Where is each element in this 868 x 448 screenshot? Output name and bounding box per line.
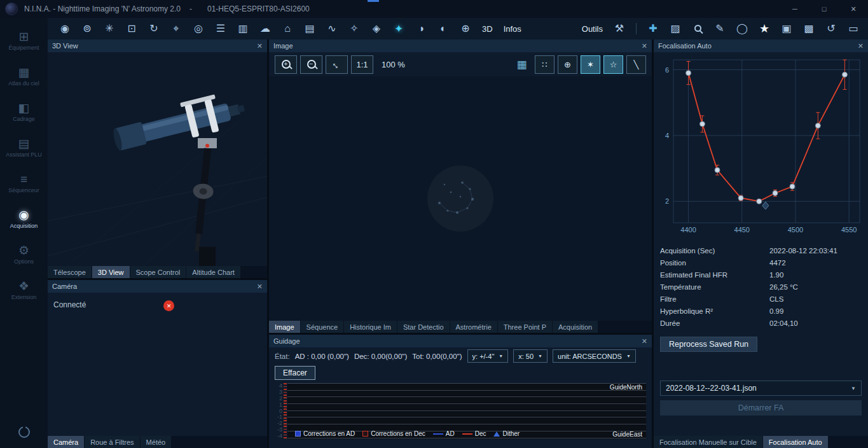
- weather-icon[interactable]: ☁: [259, 24, 271, 34]
- platesolve-wand-button[interactable]: ✶: [581, 55, 600, 74]
- light-icon[interactable]: ✧: [348, 24, 360, 34]
- red-square-marker: [362, 431, 368, 437]
- line-profile-button[interactable]: ╲: [626, 55, 646, 74]
- y-scale-select[interactable]: y: +/-4" ▼: [467, 349, 509, 363]
- af-stat-row: Estimated Final HFR1.90: [660, 269, 862, 281]
- minimize-button[interactable]: ─: [780, 0, 809, 18]
- crosshair-button[interactable]: ⊕: [558, 55, 577, 74]
- title-separator: -: [189, 4, 192, 13]
- tab-filter-wheel[interactable]: Roue à Filtres: [85, 436, 140, 448]
- sidebar-item-sequenceur[interactable]: ≡ Séquenceur: [0, 165, 48, 201]
- sequencer-icon[interactable]: ☰: [215, 24, 226, 34]
- history-icon[interactable]: ↺: [825, 24, 837, 34]
- zoom-out-button[interactable]: −: [300, 55, 322, 74]
- sidebar-item-options[interactable]: ⚙ Options: [0, 237, 48, 272]
- autofocus-star-icon[interactable]: ✦: [393, 24, 404, 34]
- tools-wrench-icon[interactable]: ⚒: [614, 24, 625, 34]
- ring-icon[interactable]: ◯: [736, 24, 748, 34]
- crosshair-3d-icon[interactable]: ⊕: [460, 24, 471, 34]
- reprocess-saved-run-button[interactable]: Reprocess Saved Run: [660, 337, 757, 352]
- tab-image[interactable]: Image: [269, 321, 301, 333]
- monitor-icon[interactable]: ▭: [848, 24, 859, 34]
- moon-left-icon[interactable]: ◐: [437, 24, 449, 34]
- histogram-icon[interactable]: ▥: [237, 24, 249, 34]
- toolbar-right-group: Outils ⚒ ✚ ▨ ✎ ◯ ★ ▣ ▩ ↺ ▭: [582, 23, 859, 34]
- focuser-icon[interactable]: ⊡: [126, 24, 137, 34]
- tab-3d-view[interactable]: 3D View: [92, 266, 130, 278]
- close-icon[interactable]: ✕: [257, 283, 263, 291]
- tab-three-point[interactable]: Three Point P: [498, 321, 553, 333]
- tab-camera[interactable]: Caméra: [48, 436, 85, 448]
- layers-icon[interactable]: ▨: [670, 24, 681, 34]
- tab-meteo[interactable]: Météo: [141, 436, 172, 448]
- filter-wheel-icon[interactable]: ✳: [104, 24, 115, 34]
- expand-icon[interactable]: ▣: [781, 24, 792, 34]
- guide-tot-value: Tot: 0,00(0,00"): [412, 353, 462, 360]
- close-icon[interactable]: ✕: [257, 42, 263, 50]
- panel-guidage-header: Guidage ✕: [269, 335, 652, 347]
- pixel-grid-button[interactable]: ▦: [512, 55, 532, 74]
- one-to-one-button[interactable]: 1:1: [351, 55, 373, 74]
- telescope-icon[interactable]: ⌖: [170, 24, 182, 34]
- sidebar-item-cadrage[interactable]: ◧ Cadrage: [0, 94, 48, 130]
- image-preview-area[interactable]: [269, 76, 652, 321]
- tab-sequence[interactable]: Séquence: [301, 321, 345, 333]
- sidebar-item-equipement[interactable]: ⊞ Équipement: [0, 23, 48, 59]
- tab-telescope[interactable]: Télescope: [48, 266, 92, 278]
- infos-toggle[interactable]: Infos: [504, 24, 521, 34]
- close-icon[interactable]: ✕: [642, 42, 647, 50]
- flat-panel-icon[interactable]: ▤: [304, 24, 315, 34]
- tab-manual-focus-target[interactable]: Focalisation Manuelle sur Cible: [654, 436, 763, 448]
- zoom-in-button[interactable]: +: [275, 55, 297, 74]
- zoom-out-icon: −: [307, 60, 316, 69]
- dome-icon[interactable]: ⌂: [282, 24, 293, 34]
- tab-scope-control[interactable]: Scope Control: [130, 266, 187, 278]
- shutter-icon[interactable]: ⊚: [81, 24, 93, 34]
- unit-select[interactable]: unit: ARCSECONDS ▼: [553, 349, 636, 363]
- center-column: Image ✕ + − ↔ 1:1 100 %: [269, 39, 652, 448]
- tab-star-detection[interactable]: Star Detectio: [397, 321, 450, 333]
- sidebar-item-acquisition[interactable]: ◉ Acquisition: [0, 201, 48, 237]
- star-icon[interactable]: ★: [759, 23, 770, 34]
- tab-image-history[interactable]: Historique Im: [344, 321, 397, 333]
- guider-icon[interactable]: ◎: [193, 24, 204, 34]
- sidebar-item-atlas[interactable]: ▦ Atlas du ciel: [0, 59, 48, 94]
- plugin-icon[interactable]: ✚: [647, 24, 659, 34]
- sidebar-item-assistant-plu[interactable]: ▤ Assistant PLU: [0, 130, 48, 165]
- af-stat-row: Position4472: [660, 256, 862, 269]
- legend-item: Corrections en AD: [295, 430, 355, 437]
- star-detect-button[interactable]: ☆: [603, 55, 623, 74]
- close-icon[interactable]: ✕: [642, 337, 647, 346]
- legend-item: Dec: [462, 430, 486, 437]
- shield-icon[interactable]: ◈: [371, 24, 382, 34]
- star-map-button[interactable]: ∷: [535, 55, 555, 74]
- sidebar-item-label: Options: [14, 258, 34, 265]
- close-button[interactable]: ✕: [839, 0, 868, 18]
- panel-3d-header: 3D View ✕: [48, 39, 267, 52]
- maximize-button[interactable]: □: [809, 0, 839, 18]
- 3d-view-toggle[interactable]: 3D: [482, 24, 493, 34]
- start-autofocus-button[interactable]: Démarrer FA: [660, 400, 862, 416]
- search-icon[interactable]: [692, 24, 703, 34]
- moon-right-icon[interactable]: ◑: [415, 24, 427, 34]
- pen-icon[interactable]: ✎: [714, 24, 726, 34]
- x-scale-select[interactable]: x: 50 ▼: [513, 349, 548, 363]
- rotator-icon[interactable]: ↻: [148, 24, 160, 34]
- saved-run-select[interactable]: 2022-08-12--22-03-41.json ▼: [660, 381, 862, 396]
- telescope-3d-render[interactable]: [48, 52, 267, 266]
- sidebar-item-extension[interactable]: ❖ Extension: [0, 272, 48, 308]
- clear-button[interactable]: Effacer: [275, 366, 315, 380]
- tab-autofocus[interactable]: Focalisation Auto: [763, 436, 829, 448]
- grid-icon[interactable]: ▩: [803, 24, 815, 34]
- hfr-history-icon[interactable]: ∿: [326, 24, 338, 34]
- chevron-down-icon: ▼: [499, 354, 503, 358]
- power-button[interactable]: [18, 426, 30, 438]
- tab-astrometry[interactable]: Astrométrie: [450, 321, 498, 333]
- close-icon[interactable]: ✕: [858, 42, 864, 50]
- camera-icon[interactable]: ◉: [59, 24, 71, 34]
- tab-acquisition[interactable]: Acquisition: [553, 321, 598, 333]
- tab-altitude-chart[interactable]: Altitude Chart: [186, 266, 241, 278]
- zoom-fit-button[interactable]: ↔: [326, 55, 348, 74]
- af-stat-row: Température26,25 °C: [660, 281, 862, 293]
- framing-icon: ◧: [18, 102, 30, 114]
